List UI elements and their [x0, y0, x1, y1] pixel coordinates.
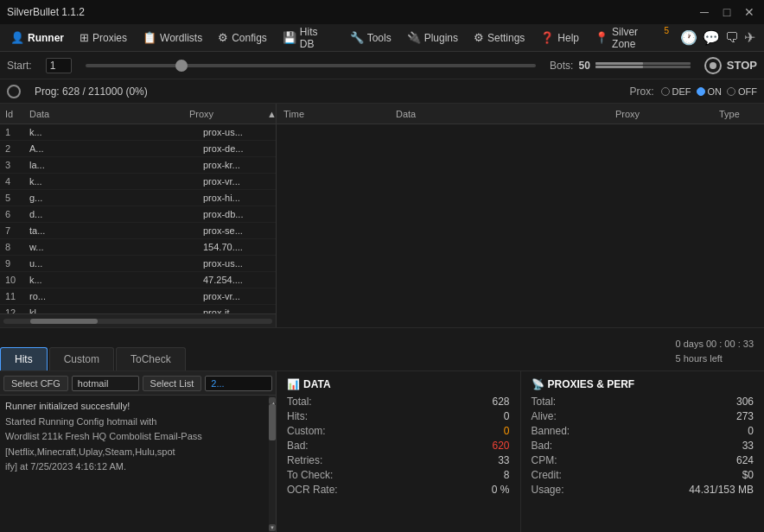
menu-hitsdb[interactable]: 💾 Hits DB: [276, 22, 341, 54]
cell-proxy: 154.70....: [198, 242, 276, 252]
cell-data: la...: [24, 160, 198, 170]
table-row[interactable]: 6 d... prox-db...: [0, 206, 276, 223]
stat-row: Custom: 0: [287, 425, 510, 437]
settings-icon: ⚙: [474, 31, 484, 44]
stats-columns: 📊 DATA Total: 628 Hits: 0 Custom: 0 Bad:…: [277, 371, 764, 532]
log-scrollbar-up[interactable]: ▲: [269, 397, 276, 404]
plugins-icon: 🔌: [407, 31, 421, 44]
proxy-dot-off: [727, 87, 735, 96]
menu-runner[interactable]: 👤 Runner: [3, 28, 71, 48]
stat-value: 628: [492, 396, 509, 408]
cell-id: 11: [0, 291, 24, 301]
log-scrollbar-track[interactable]: [269, 404, 276, 524]
minimize-button[interactable]: ─: [697, 5, 712, 19]
progress-slider[interactable]: [86, 64, 536, 67]
table-row[interactable]: 9 u... prox-us...: [0, 256, 276, 272]
chat-icon[interactable]: 🗨: [725, 30, 739, 46]
menu-settings[interactable]: ⚙ Settings: [467, 28, 532, 48]
scrollbar-thumb[interactable]: [30, 319, 98, 324]
table-row[interactable]: 11 ro... prox-vr...: [0, 288, 276, 305]
tab-hits[interactable]: Hits: [0, 347, 48, 370]
table-row[interactable]: 8 w... 154.70....: [0, 239, 276, 256]
bots-slider[interactable]: [595, 62, 691, 68]
stat-row: Bad: 33: [532, 440, 754, 452]
log-scrollbar-down[interactable]: ▼: [269, 524, 276, 531]
stat-value: 624: [736, 454, 754, 466]
select-cfg-button[interactable]: Select CFG: [3, 376, 68, 391]
log-line-3: Wordlist 211k Fresh HQ Combolist Email-P…: [5, 429, 271, 444]
menu-wordlists[interactable]: 📋 Wordlists: [136, 28, 209, 48]
tab-custom[interactable]: Custom: [49, 347, 114, 370]
table-row[interactable]: 2 A... prox-de...: [0, 141, 276, 157]
proxy-dot-on: [697, 87, 705, 96]
data-stats-panel: 📊 DATA Total: 628 Hits: 0 Custom: 0 Bad:…: [277, 371, 521, 532]
log-scrollbar-thumb[interactable]: [269, 404, 276, 440]
menu-tools[interactable]: 🔧 Tools: [343, 28, 398, 48]
maximize-button[interactable]: □: [719, 5, 735, 19]
close-button[interactable]: ✕: [742, 5, 757, 19]
cell-data: ro...: [24, 291, 198, 301]
proxy-radio-def[interactable]: DEF: [661, 86, 691, 97]
log-area: Select CFG hotmail Select List 2... Runn…: [0, 371, 277, 532]
cell-id: 12: [0, 307, 24, 314]
menu-help[interactable]: ❓ Help: [533, 28, 586, 48]
table-row[interactable]: 7 ta... prox-se...: [0, 223, 276, 239]
proxy-radio-on[interactable]: ON: [697, 86, 723, 97]
tab-tocheck[interactable]: ToCheck: [116, 347, 186, 370]
menu-configs[interactable]: ⚙ Configs: [211, 28, 274, 48]
cell-proxy: prox-it...: [198, 307, 276, 314]
table-body: 1 k... prox-us... 2 A... prox-de... 3 la…: [0, 124, 276, 314]
bots-slider-fill-top: [595, 62, 643, 65]
stat-row: Usage: 44.31/153 MB: [532, 484, 754, 496]
progress-text: Prog: 628 / 211000 (0%): [35, 86, 148, 98]
cell-data: u...: [24, 258, 198, 269]
config-name: hotmail: [72, 376, 139, 391]
results-col-data: Data: [389, 104, 608, 124]
menu-help-label: Help: [557, 32, 579, 44]
discord-icon[interactable]: 💬: [703, 29, 720, 46]
progress-slider-thumb[interactable]: [175, 60, 188, 72]
time-left: 5 hours left: [675, 352, 754, 367]
menu-silverzone[interactable]: 📍 Silver Zone 5: [588, 22, 678, 54]
menu-proxies[interactable]: ⊞ Proxies: [73, 28, 134, 48]
table-row[interactable]: 3 la... prox-kr...: [0, 157, 276, 174]
proxy-radio-off[interactable]: OFF: [727, 86, 757, 97]
table-scrollbar[interactable]: [0, 314, 276, 327]
cell-id: 8: [0, 242, 24, 252]
stat-row: CPM: 624: [532, 454, 754, 466]
log-scrollbar[interactable]: ▲ ▼: [269, 396, 276, 532]
select-list-button[interactable]: Select List: [143, 376, 202, 391]
table-row[interactable]: 4 k... prox-vr...: [0, 174, 276, 190]
cell-id: 3: [0, 160, 24, 170]
telegram-icon[interactable]: ✈: [744, 29, 755, 46]
log-line-5: ify] at 7/25/2023 4:16:12 AM.: [5, 459, 271, 474]
hitsdb-icon: 💾: [283, 31, 296, 44]
col-header-data: Data: [24, 109, 184, 119]
table-row[interactable]: 10 k... 47.254....: [0, 272, 276, 288]
start-label: Start:: [7, 60, 32, 72]
history-icon[interactable]: 🕐: [680, 29, 697, 46]
table-header: Id Data Proxy ▲: [0, 104, 276, 124]
stop-button[interactable]: STOP: [727, 59, 757, 72]
cell-data: w...: [24, 242, 198, 252]
table-row[interactable]: 1 k... prox-us...: [0, 124, 276, 141]
menu-plugins[interactable]: 🔌 Plugins: [400, 28, 465, 48]
cell-proxy: prox-us...: [198, 258, 276, 269]
tools-icon: 🔧: [350, 31, 364, 44]
cell-proxy: 47.254....: [198, 275, 276, 285]
table-row[interactable]: 5 g... prox-hi...: [0, 190, 276, 206]
start-input[interactable]: [46, 58, 72, 73]
scrollbar-track[interactable]: [3, 319, 272, 324]
proxy-stats-icon: 📡: [532, 378, 544, 390]
menu-proxies-label: Proxies: [92, 32, 127, 44]
table-row[interactable]: 12 kl... prox-it...: [0, 305, 276, 314]
stat-value: 0: [748, 425, 754, 437]
results-body: [277, 124, 764, 327]
progress-value: 628 / 211000 (0%): [62, 86, 148, 98]
time-elapsed: 0 days 00 : 00 : 33: [675, 337, 754, 352]
help-icon: ❓: [540, 31, 554, 44]
menu-plugins-label: Plugins: [424, 32, 458, 44]
stat-value: 620: [492, 440, 509, 452]
cell-proxy: prox-de...: [198, 143, 276, 154]
proxy-off-label: OFF: [738, 86, 757, 97]
